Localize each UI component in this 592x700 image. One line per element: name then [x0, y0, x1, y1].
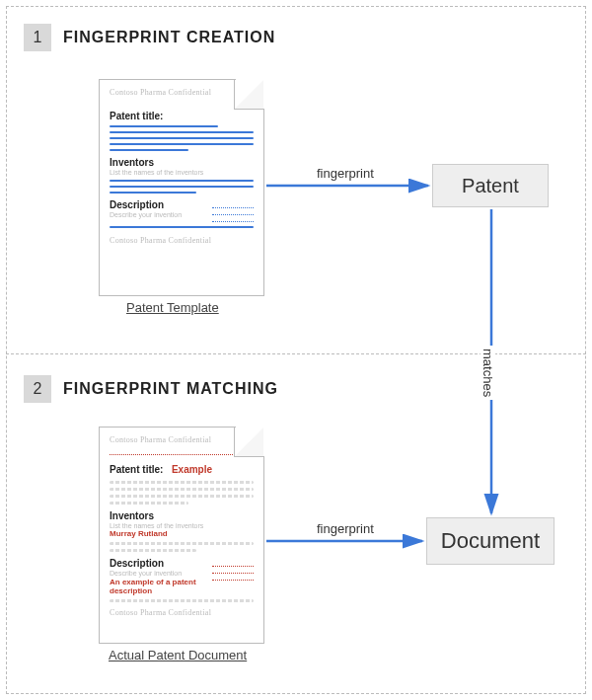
doc2-title-label: Patent title: [110, 464, 163, 475]
caption-patent-template: Patent Template [126, 300, 219, 315]
doc1-confidential-top: Contoso Pharma Confidential [110, 88, 254, 97]
doc2-confidential-bottom: Contoso Pharma Confidential [110, 608, 254, 617]
edge-label-fingerprint-2: fingerprint [314, 521, 377, 536]
doc1-inventors-sub: List the names of the inventors [110, 169, 254, 176]
doc2-description-value: An example of a patent description [110, 578, 206, 595]
doc2-description-sub: Describe your invention [110, 570, 206, 577]
doc1-confidential-bottom: Contoso Pharma Confidential [110, 236, 254, 245]
node-document: Document [426, 517, 555, 565]
edge-label-matches: matches [481, 346, 495, 400]
doc2-confidential-top: Contoso Pharma Confidential [110, 435, 254, 444]
step-1-title: FINGERPRINT CREATION [63, 29, 275, 46]
diagram-frame [6, 6, 586, 694]
doc2-inventor-value: Murray Rutland [110, 529, 254, 538]
edge-label-fingerprint-1: fingerprint [314, 166, 377, 181]
step-2-header: 2 FINGERPRINT MATCHING [24, 375, 278, 403]
doc1-inventors-label: Inventors [110, 157, 254, 168]
doc2-description-label: Description [110, 558, 206, 569]
node-patent: Patent [432, 164, 549, 207]
doc2-inventors-label: Inventors [110, 510, 254, 521]
step-2-title: FINGERPRINT MATCHING [63, 380, 278, 398]
doc2-inventors-sub: List the names of the inventors [110, 522, 254, 529]
doc1-description-label: Description [110, 199, 206, 210]
caption-actual-document: Actual Patent Document [109, 648, 247, 662]
step-1-number: 1 [24, 24, 51, 51]
step-1-header: 1 FINGERPRINT CREATION [24, 24, 275, 51]
actual-patent-document: Contoso Pharma Confidential Patent title… [99, 427, 264, 644]
patent-template-document: Contoso Pharma Confidential Patent title… [99, 79, 264, 296]
doc1-description-sub: Describe your invention [110, 211, 206, 218]
doc2-title-value: Example [172, 464, 212, 475]
doc1-title-label: Patent title: [110, 111, 254, 121]
section-divider [6, 353, 586, 354]
step-2-number: 2 [24, 375, 51, 403]
